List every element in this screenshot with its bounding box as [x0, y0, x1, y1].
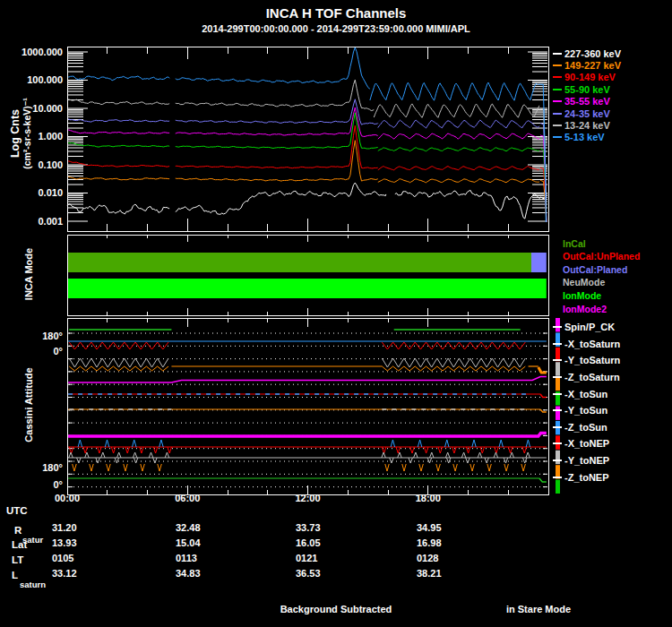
attitude-trace--Y_toNEP — [494, 452, 498, 458]
attitude-legend-item: -X_toSaturn — [553, 339, 620, 349]
attitude-trace--Z_toNEP — [487, 464, 491, 471]
attitude-trace--X_toNEP — [526, 440, 530, 447]
attitude-trace--Z_toNEP — [385, 464, 389, 471]
attitude-y-tick-label: 0° — [2, 346, 63, 356]
legend-dash-icon — [553, 426, 562, 428]
attitude-trace--Y_toNEP — [445, 452, 450, 458]
counts-trace-5-13 keV — [370, 82, 538, 100]
attitude-trace--X_toNEP — [438, 447, 443, 453]
attitude-trace--Z_toNEP — [73, 464, 77, 471]
table-cell: 34.83 — [176, 568, 238, 579]
counts-trace-227-360 keV — [395, 190, 546, 219]
attitude-trace--Z_toNEP — [419, 464, 424, 471]
utc-axis-label: UTC — [6, 505, 28, 516]
attitude-trace--Z_toNEP — [453, 464, 458, 471]
attitude-trace--Z_toNEP — [504, 464, 509, 471]
legend-dash-icon — [553, 76, 562, 78]
attitude-trace--Z_toNEP — [470, 464, 475, 471]
attitude-trace--X_toNEP — [111, 447, 116, 453]
attitude-legend-item: -Y_toSun — [553, 405, 607, 416]
attitude-trace--X_toNEP — [140, 447, 143, 453]
attitude-trace--Y_toNEP — [134, 458, 138, 463]
attitude-trace--Z_toNEP — [141, 464, 145, 471]
attitude-trace--X_toNEP — [159, 440, 164, 447]
attitude-trace--Z_toNEP — [90, 464, 94, 471]
legend-dash-icon — [553, 359, 562, 361]
attitude-trace--Y_toNEP — [461, 452, 466, 458]
attitude-trace--X_toNEP — [472, 440, 476, 447]
attitude-y-tick-label: 180° — [2, 331, 63, 341]
legend-dash-icon — [553, 89, 562, 90]
table-row-label: LT — [12, 554, 23, 565]
table-cell: 13.93 — [52, 537, 115, 548]
attitude-legend-label: -Y_toSaturn — [564, 355, 620, 365]
attitude-trace--X_toNEP — [410, 447, 415, 453]
attitude-trace--Y_toNEP — [504, 458, 508, 463]
legend-dash-icon — [553, 64, 562, 66]
counts-trace-227-360 keV — [176, 183, 386, 214]
counts-y-tick-label: 1000.000 — [2, 47, 63, 57]
attitude-trace--Z_toSaturn — [68, 377, 547, 383]
legend-dash-icon — [553, 100, 562, 102]
mode-bar-IonMode — [67, 279, 547, 298]
attitude-legend-label: -Z_toSun — [564, 422, 607, 433]
table-cell: 16.98 — [417, 537, 479, 548]
attitude-trace--Y_toNEP — [427, 458, 432, 463]
attitude-y-tick-label: 180° — [2, 462, 63, 473]
attitude-trace--Z_toNEP — [107, 464, 111, 471]
table-cell: 33.12 — [52, 568, 115, 579]
counts-trace-55-90 keV — [176, 113, 378, 149]
mode-y-axis-title: INCA Mode — [23, 220, 34, 328]
legend-dash-icon — [553, 326, 562, 328]
attitude-trace--X_toNEP — [522, 447, 527, 453]
table-cell: 15.04 — [176, 537, 238, 548]
table-cell: 31.20 — [52, 522, 115, 533]
counts-y-tick-label: 0.001 — [2, 216, 63, 227]
attitude-panel-frame — [67, 318, 548, 494]
attitude-trace--X_toSun — [540, 394, 547, 398]
attitude-trace--Y_toNEP — [409, 458, 413, 463]
attitude-legend-label: -X_toNEP — [564, 438, 609, 449]
table-cell: 36.53 — [296, 568, 358, 579]
attitude-legend-label: -Y_toSun — [564, 405, 607, 416]
counts-legend-item: 90-149 keV — [553, 72, 616, 82]
attitude-trace--X_toNEP — [78, 440, 82, 447]
utc-time-label: 06:00 — [159, 493, 216, 503]
counts-y-tick-label: 0.010 — [2, 187, 63, 198]
attitude-trace--Y_toNEP — [77, 458, 82, 463]
legend-dash-icon — [553, 477, 562, 478]
attitude-trace--Z_toSun — [68, 434, 547, 437]
attitude-trace--X_toNEP — [480, 447, 485, 453]
attitude-legend-label: -Z_toNEP — [564, 472, 609, 483]
counts-legend-label: 24-35 keV — [564, 108, 610, 119]
mode-legend-item: IonMode — [563, 290, 601, 301]
counts-legend-label: 227-360 keV — [564, 48, 621, 59]
attitude-trace--Y_toNEP — [382, 452, 386, 458]
mode-bar-InCal — [67, 253, 531, 272]
attitude-trace--Y_toNEP — [117, 452, 122, 458]
attitude-y-tick-label: 0° — [2, 479, 63, 490]
counts-trace-55-90 keV — [378, 148, 539, 151]
utc-time-label: 12:00 — [280, 493, 337, 503]
attitude-trace--X_toNEP — [495, 447, 499, 453]
counts-legend-item: 149-227 keV — [553, 60, 621, 71]
counts-trace-35-55 keV — [67, 130, 169, 133]
counts-trace-35-55 keV — [378, 133, 539, 139]
legend-dash-icon — [553, 409, 562, 411]
counts-trace-13-24 keV — [374, 104, 539, 117]
table-row-label: L — [12, 570, 18, 580]
table-cell: 16.05 — [296, 537, 358, 548]
attitude-trace--Y_toNEP — [115, 458, 119, 463]
footer-stare-mode: in Stare Mode — [467, 604, 610, 614]
attitude-legend-item: -Y_toSaturn — [553, 355, 620, 365]
attitude-trace--X_toNEP — [168, 447, 172, 453]
attitude-trace--X_toNEP — [499, 440, 503, 447]
table-row-label: R — [14, 525, 22, 536]
legend-dash-icon — [553, 53, 562, 55]
attitude-trace--X_toNEP — [98, 447, 101, 453]
attitude-trace--Y_toNEP — [69, 452, 73, 458]
attitude-legend-item: Spin/P_CK — [553, 322, 615, 332]
counts-trace-5-13 keV — [176, 47, 370, 89]
attitude-legend-item: -X_toNEP — [553, 438, 609, 449]
legend-dash-icon — [553, 343, 562, 345]
